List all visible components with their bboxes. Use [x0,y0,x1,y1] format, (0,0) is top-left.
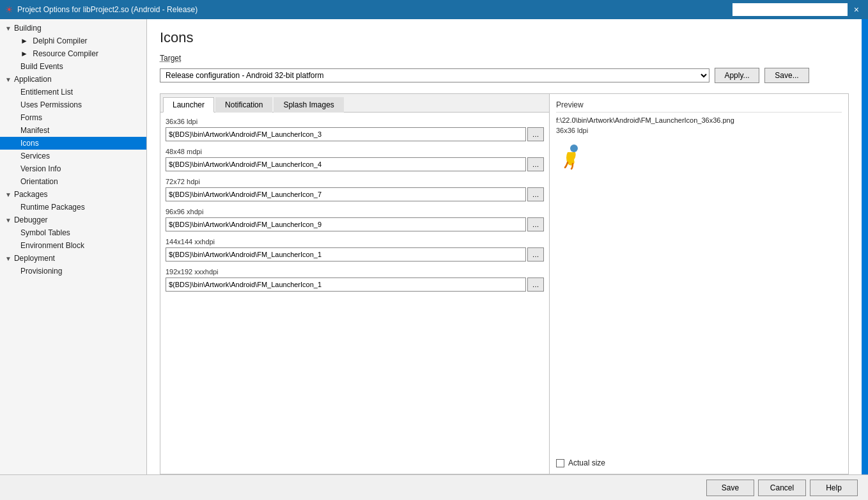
sidebar-section-debugger-label: Debugger [14,215,48,224]
icon-path-input-72[interactable] [166,187,526,201]
sidebar-item-resource-compiler[interactable]: ► Resource Compiler [0,47,146,60]
icon-row-144-input-group: … [166,247,544,262]
chevron-down-icon: ▼ [5,255,12,262]
sidebar-item-runtime-packages[interactable]: Runtime Packages [0,201,146,214]
actual-size-row: Actual size [556,455,842,467]
sidebar-section-packages[interactable]: ▼ Packages [0,188,146,201]
title-bar: ☀ Project Options for libProject2.so (An… [0,0,868,19]
sidebar-item-symbol-tables[interactable]: Symbol Tables [0,226,146,239]
preview-icon [559,142,584,170]
sidebar-section-deployment-label: Deployment [14,254,55,263]
icon-path-input-192[interactable] [166,277,526,292]
chevron-right-icon: ► [20,49,28,58]
icon-row-96: 96x96 xhdpi … [166,208,544,231]
sidebar-section-debugger[interactable]: ▼ Debugger [0,214,146,226]
sidebar-item-build-events[interactable]: Build Events [0,60,146,73]
icon-path-input-144[interactable] [166,247,526,262]
icon-path-input-96[interactable] [166,217,526,231]
icon-row-144-label: 144x144 xxhdpi [166,238,544,246]
content-header: Icons Target Release configuration - And… [147,19,862,93]
sidebar: ▼ Building ► Delphi Compiler ► Resource … [0,19,147,474]
actual-size-checkbox[interactable] [556,459,564,467]
tab-splash-images[interactable]: Splash Images [274,97,343,113]
icon-row-144: 144x144 xxhdpi … [166,238,544,262]
icon-row-36-input-group: … [166,127,544,141]
apply-button[interactable]: Apply... [715,68,759,83]
browse-button-144[interactable]: … [527,247,544,262]
browse-button-48[interactable]: … [527,157,544,171]
icon-row-192: 192x192 xxxhdpi … [166,268,544,292]
target-row: Target [160,54,849,63]
sidebar-item-version-info[interactable]: Version Info [0,162,146,175]
tab-launcher[interactable]: Launcher [163,97,214,113]
preview-size-label: 36x36 ldpi [556,127,842,134]
main-content: Icons Target Release configuration - And… [147,19,862,474]
close-button[interactable]: × [850,3,863,16]
tabs-row: Launcher Notification Splash Images [160,94,549,113]
preview-image-area [556,139,842,455]
icon-path-input-36[interactable] [166,127,526,141]
icon-row-72-input-group: … [166,187,544,201]
icon-row-48-input-group: … [166,157,544,171]
window-title: Project Options for libProject2.so (Andr… [17,5,198,14]
left-panel: Launcher Notification Splash Images 36x3… [160,93,550,474]
browse-button-192[interactable]: … [527,277,544,292]
preview-path: f:\22.0\bin\Artwork\Android\FM_LauncherI… [556,116,842,124]
sidebar-item-forms[interactable]: Forms [0,111,146,124]
page-title: Icons [160,29,849,46]
sidebar-item-entitlement-list[interactable]: Entitlement List [0,86,146,98]
sidebar-section-building-label: Building [14,24,42,33]
icon-row-192-label: 192x192 xxxhdpi [166,268,544,276]
bottom-bar: Save Cancel Help [0,474,868,500]
chevron-down-icon: ▼ [5,191,12,198]
right-panel: Preview f:\22.0\bin\Artwork\Android\FM_L… [550,93,849,474]
icon-row-72-label: 72x72 hdpi [166,178,544,185]
sidebar-section-deployment[interactable]: ▼ Deployment [0,252,146,265]
title-bar-left: ☀ Project Options for libProject2.so (An… [5,4,198,15]
chevron-down-icon: ▼ [5,217,12,224]
help-button[interactable]: Help [810,480,858,496]
sidebar-item-environment-block[interactable]: Environment Block [0,239,146,252]
sidebar-item-icons[interactable]: Icons [0,137,146,150]
save-dots-button[interactable]: Save... [764,68,809,83]
sidebar-section-building[interactable]: ▼ Building [0,22,146,35]
icon-row-96-label: 96x96 xhdpi [166,208,544,215]
save-button[interactable]: Save [706,480,754,496]
sidebar-item-manifest[interactable]: Manifest [0,124,146,137]
title-bar-controls: × [732,3,863,16]
browse-button-72[interactable]: … [527,187,544,201]
sidebar-section-application-label: Application [14,75,52,84]
svg-point-1 [570,145,578,152]
target-label: Target [160,54,181,63]
sidebar-item-provisioning[interactable]: Provisioning [0,265,146,277]
sidebar-item-delphi-compiler[interactable]: ► Delphi Compiler [0,35,146,47]
browse-button-36[interactable]: … [527,127,544,141]
sidebar-section-packages-label: Packages [14,190,48,199]
icon-row-36-label: 36x36 ldpi [166,118,544,125]
sidebar-item-services[interactable]: Services [0,150,146,162]
icon-row-192-input-group: … [166,277,544,292]
preview-title: Preview [556,100,842,113]
browse-button-96[interactable]: … [527,217,544,231]
tab-notification[interactable]: Notification [215,97,272,113]
app-icon: ☀ [5,4,13,15]
icon-path-input-48[interactable] [166,157,526,171]
chevron-right-icon: ► [20,36,28,45]
sidebar-section-application[interactable]: ▼ Application [0,73,146,86]
icon-row-96-input-group: … [166,217,544,231]
target-select[interactable]: Release configuration - Android 32-bit p… [160,68,709,82]
chevron-down-icon: ▼ [5,76,12,83]
target-select-row: Release configuration - Android 32-bit p… [160,68,849,83]
icon-row-72: 72x72 hdpi … [166,178,544,201]
title-bar-search-input[interactable] [732,3,848,16]
actual-size-label: Actual size [568,458,605,467]
icon-rows: 36x36 ldpi … 48x48 mdpi … [160,113,549,474]
icon-row-36: 36x36 ldpi … [166,118,544,141]
right-edge-strip [862,19,868,474]
icon-row-48-label: 48x48 mdpi [166,148,544,155]
chevron-down-icon: ▼ [5,25,12,32]
icon-row-48: 48x48 mdpi … [166,148,544,171]
cancel-button[interactable]: Cancel [758,480,806,496]
sidebar-item-orientation[interactable]: Orientation [0,175,146,188]
sidebar-item-uses-permissions[interactable]: Uses Permissions [0,98,146,111]
